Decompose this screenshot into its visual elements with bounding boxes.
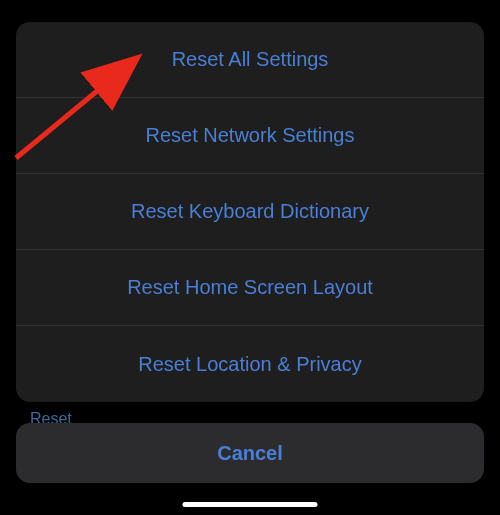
reset-home-screen-layout-button[interactable]: Reset Home Screen Layout [16,250,484,326]
reset-network-settings-button[interactable]: Reset Network Settings [16,98,484,174]
home-indicator[interactable] [183,502,318,507]
reset-all-settings-button[interactable]: Reset All Settings [16,22,484,98]
reset-action-sheet: Reset All Settings Reset Network Setting… [16,22,484,402]
reset-location-privacy-button[interactable]: Reset Location & Privacy [16,326,484,402]
reset-keyboard-dictionary-button[interactable]: Reset Keyboard Dictionary [16,174,484,250]
cancel-button[interactable]: Cancel [16,423,484,483]
